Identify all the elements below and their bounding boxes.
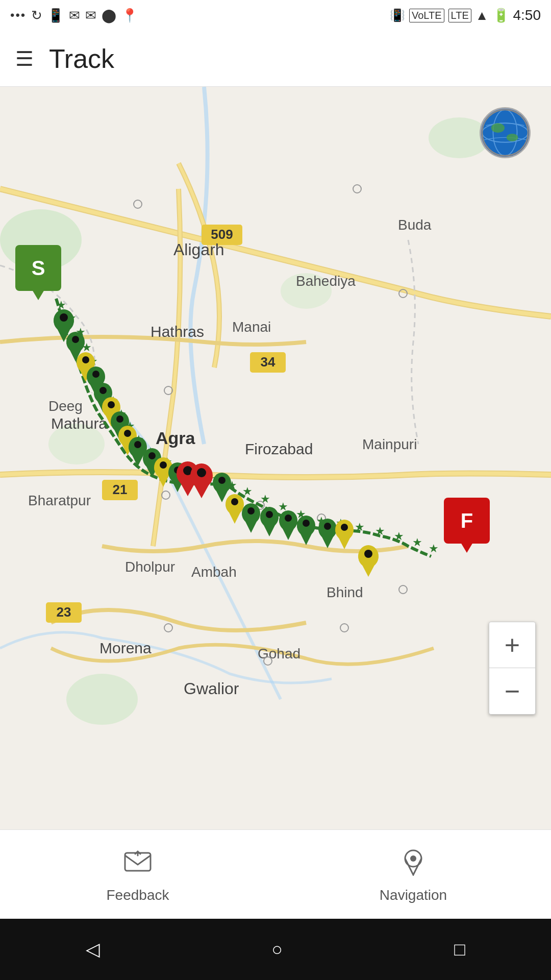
svg-point-77 [92,371,99,378]
svg-text:Hathras: Hathras [151,323,204,340]
zoom-controls[interactable]: + − [489,622,536,715]
back-button[interactable]: ◁ [86,939,100,960]
whatsapp-icon: 📱 [47,8,64,23]
map-background: 509 34 21 23 Aligarh Bahediya Buda Hathr… [0,87,551,868]
svg-point-99 [218,477,226,484]
svg-text:★: ★ [375,525,385,537]
svg-point-91 [160,461,167,469]
svg-text:Bahediya: Bahediya [296,273,356,289]
svg-point-3 [66,674,138,725]
svg-text:Mainpuri: Mainpuri [362,436,417,452]
navigation-icon [398,845,429,882]
svg-point-105 [266,511,273,518]
svg-text:Mathura: Mathura [51,415,107,432]
svg-text:23: 23 [57,604,71,620]
svg-text:★: ★ [242,485,253,498]
svg-text:Morena: Morena [99,640,152,656]
svg-point-120 [507,134,518,141]
bottom-navigation: Feedback Navigation [0,829,551,919]
svg-point-89 [148,452,156,459]
status-bar-left: ••• ↻ 📱 ✉ ✉ ⬤ 📍 [10,8,138,23]
svg-point-124 [410,855,416,862]
zoom-in-button[interactable]: + [489,622,535,668]
svg-point-111 [324,523,331,530]
status-bar-right: 📳 VoLTE LTE ▲ 🔋 4:50 [390,7,541,23]
zoom-out-button[interactable]: − [489,668,535,714]
svg-text:Manai: Manai [232,319,271,335]
svg-text:Buda: Buda [398,217,432,233]
svg-text:Agra: Agra [156,428,196,448]
location-icon: 📍 [121,8,138,23]
circle-icon: ⬤ [102,8,116,23]
volte-icon: VoLTE [409,9,444,22]
feedback-icon [122,845,153,882]
svg-point-103 [247,507,255,514]
svg-text:Bharatpur: Bharatpur [28,493,91,508]
svg-point-97 [197,468,206,477]
signal-vibrate-icon: 📳 [390,8,405,22]
hamburger-menu-button[interactable]: ☰ [15,47,34,70]
svg-point-75 [82,356,89,363]
svg-text:Dholpur: Dholpur [125,559,175,575]
svg-point-119 [491,123,505,133]
svg-point-115 [364,550,372,558]
svg-text:Gwalior: Gwalior [184,679,239,698]
svg-text:Aligarh: Aligarh [173,240,224,259]
svg-point-107 [285,514,292,522]
navigation-label: Navigation [380,887,447,903]
globe-icon[interactable] [480,107,531,158]
svg-text:34: 34 [261,354,276,370]
svg-point-101 [231,498,238,505]
notification-dots: ••• [10,8,26,22]
svg-text:★: ★ [260,493,270,505]
finish-marker: F [444,498,490,544]
svg-point-71 [60,313,68,322]
signal-strength-icon: ▲ [475,8,489,23]
svg-point-81 [108,401,115,408]
svg-point-113 [341,524,348,531]
sync-icon: ↻ [31,8,42,23]
status-bar: ••• ↻ 📱 ✉ ✉ ⬤ 📍 📳 VoLTE LTE ▲ 🔋 4:50 [0,0,551,31]
android-nav-bar: ◁ ○ □ [0,919,551,980]
feedback-nav-item[interactable]: Feedback [0,845,276,903]
app-header: ☰ Track [0,31,551,87]
svg-text:21: 21 [113,482,128,497]
svg-point-79 [99,387,107,394]
gmail2-icon: ✉ [85,8,96,23]
svg-text:Bhind: Bhind [327,584,363,600]
lte-icon: LTE [448,9,471,22]
svg-point-73 [72,336,79,343]
feedback-label: Feedback [107,887,169,903]
svg-text:Firozabad: Firozabad [245,440,313,457]
battery-icon: 🔋 [493,8,509,23]
svg-point-83 [116,415,123,423]
time-display: 4:50 [513,7,541,23]
svg-point-85 [124,430,131,437]
svg-text:★: ★ [394,530,404,543]
gmail-icon: ✉ [69,8,80,23]
start-marker: S [15,245,61,291]
svg-text:Ambah: Ambah [191,564,237,580]
svg-text:★: ★ [355,521,365,533]
page-title: Track [49,43,114,74]
svg-text:Deeg: Deeg [48,398,83,414]
home-button[interactable]: ○ [271,939,283,960]
svg-text:★: ★ [429,542,439,555]
svg-point-87 [134,441,141,448]
svg-text:★: ★ [412,536,422,549]
svg-text:509: 509 [211,227,233,242]
svg-point-109 [303,520,310,527]
navigation-nav-item[interactable]: Navigation [276,845,551,903]
map-view[interactable]: 509 34 21 23 Aligarh Bahediya Buda Hathr… [0,87,551,868]
recents-button[interactable]: □ [454,939,465,960]
